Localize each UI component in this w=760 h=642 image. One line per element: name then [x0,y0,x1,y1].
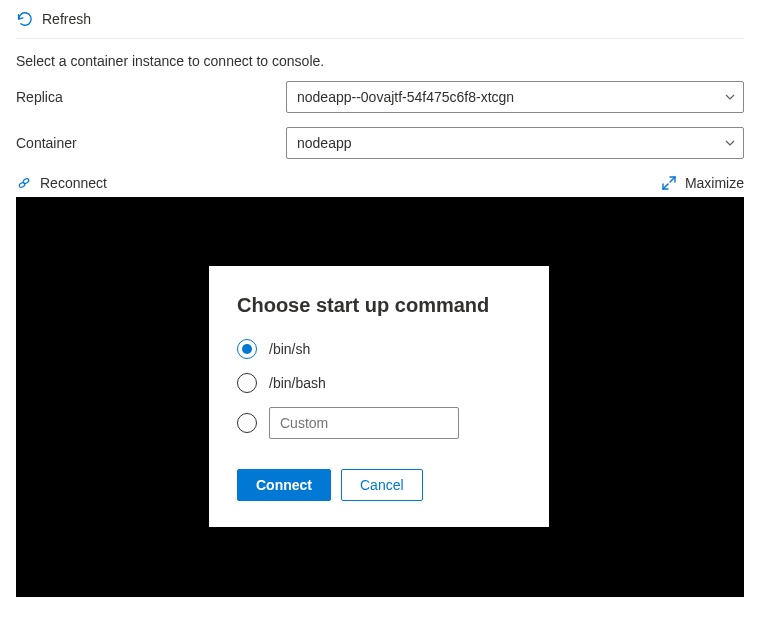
replica-label: Replica [16,89,286,105]
radio-option-bash[interactable]: /bin/bash [237,373,521,393]
radio-option-custom[interactable] [237,407,521,439]
reconnect-button[interactable]: Reconnect [16,175,107,191]
reconnect-label: Reconnect [40,175,107,191]
replica-select[interactable]: nodeapp--0ovajtf-54f475c6f8-xtcgn [286,81,744,113]
custom-command-input[interactable] [269,407,459,439]
maximize-button[interactable]: Maximize [661,175,744,191]
radio-label-sh: /bin/sh [269,341,310,357]
radio-icon[interactable] [237,373,257,393]
console-area: Choose start up command /bin/sh /bin/bas… [16,197,744,597]
radio-icon[interactable] [237,413,257,433]
intro-text: Select a container instance to connect t… [16,53,744,69]
replica-row: Replica nodeapp--0ovajtf-54f475c6f8-xtcg… [16,81,744,113]
radio-icon[interactable] [237,339,257,359]
maximize-label: Maximize [685,175,744,191]
radio-label-bash: /bin/bash [269,375,326,391]
container-row: Container nodeapp [16,127,744,159]
dialog-title: Choose start up command [237,294,521,317]
maximize-icon [661,175,677,191]
reconnect-icon [16,175,32,191]
container-select[interactable]: nodeapp [286,127,744,159]
refresh-icon[interactable] [16,10,34,28]
radio-option-sh[interactable]: /bin/sh [237,339,521,359]
refresh-button[interactable]: Refresh [42,11,91,27]
startup-command-dialog: Choose start up command /bin/sh /bin/bas… [209,266,549,527]
top-toolbar: Refresh [16,4,744,39]
svg-point-1 [22,178,29,184]
cancel-button[interactable]: Cancel [341,469,423,501]
connect-button[interactable]: Connect [237,469,331,501]
container-label: Container [16,135,286,151]
